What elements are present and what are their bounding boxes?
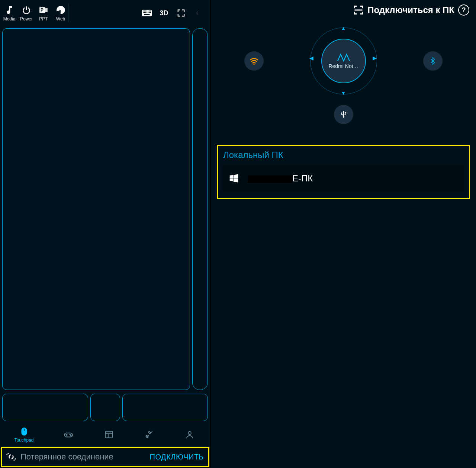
svg-rect-11 [143,12,144,13]
nav-label: Touchpad [14,438,33,443]
touchpad-panel: Media Power P PPT Web [0,0,210,468]
arrow-left-icon: ◀ [309,55,313,61]
person-icon [184,429,196,440]
svg-rect-15 [148,12,148,13]
broken-link-icon [6,451,17,462]
svg-rect-25 [105,431,113,438]
arrow-up-icon: ▲ [341,25,346,31]
svg-point-21 [197,14,197,14]
connect-panel: Подключиться к ПК ? ▲ ▼ ◀ ▶ Redmi Not… [210,0,476,468]
help-icon[interactable]: ? [458,4,469,16]
redacted-text [248,175,292,183]
power-icon [20,4,33,16]
mouse-buttons-row [0,390,210,424]
nav-profile[interactable] [184,429,196,440]
svg-rect-6 [145,11,146,12]
device-name-label: Redmi Not… [328,63,358,69]
svg-rect-7 [147,11,147,12]
this-device[interactable]: Redmi Not… [321,39,366,83]
svg-rect-5 [144,11,145,12]
toolbar-button-media[interactable]: Media [3,4,16,22]
local-pc-item[interactable]: E-ПК [222,165,464,192]
svg-rect-2 [45,8,48,12]
wifi-icon [249,56,259,66]
wifi-button[interactable] [244,51,264,71]
3d-button[interactable]: 3D [159,9,169,17]
arrow-down-icon: ▼ [341,90,346,96]
nav-tools[interactable] [143,429,155,440]
nav-touchpad[interactable]: Touchpad [14,426,33,443]
right-header: Подключиться к ПК ? [211,0,476,20]
status-text: Потерянное соединение [20,452,146,462]
svg-point-26 [188,432,191,435]
svg-point-20 [197,13,197,13]
scan-icon[interactable] [353,5,364,15]
layout-icon [103,429,115,440]
bottom-nav: Touchpad [0,424,210,446]
toolbar-button-power[interactable]: Power [20,4,33,22]
svg-point-19 [197,12,197,12]
svg-rect-9 [149,11,149,12]
right-header-title: Подключиться к ПК [367,5,454,15]
toolbar-label: Power [20,16,33,22]
mouse-middle-button[interactable] [90,394,120,421]
svg-rect-13 [145,12,146,13]
connect-button[interactable]: ПОДКЛЮЧИТЬ [150,453,204,461]
mouse-icon [18,426,30,437]
svg-text:P: P [41,7,44,13]
toolbar-divider [68,4,69,22]
more-icon[interactable] [193,9,203,17]
browser-icon [54,4,67,16]
app-logo-icon [336,53,351,62]
toolbar-button-ppt[interactable]: P PPT [37,4,50,22]
pc-name-label: E-ПК [248,173,313,184]
top-toolbar: Media Power P PPT Web [0,0,210,27]
svg-rect-10 [150,11,151,12]
tools-icon [143,429,155,440]
svg-rect-18 [144,14,149,15]
nav-layouts[interactable] [103,429,115,440]
touchpad-surface[interactable] [2,28,190,390]
local-pc-section: Локальный ПК E-ПК [217,145,470,199]
svg-rect-17 [150,12,151,13]
toolbar-button-web[interactable]: Web [54,4,67,22]
connection-status-bar: Потерянное соединение ПОДКЛЮЧИТЬ [1,447,209,467]
arrow-right-icon: ▶ [373,55,377,61]
fullscreen-icon[interactable] [176,9,186,17]
keyboard-icon[interactable] [142,9,152,17]
usb-button[interactable] [334,105,353,124]
mouse-left-button[interactable] [2,394,88,421]
nav-gamepad[interactable] [62,429,74,440]
svg-point-27 [253,64,254,65]
local-pc-header: Локальный ПК [218,146,469,162]
device-radar: ▲ ▼ ◀ ▶ Redmi Not… [211,24,476,139]
powerpoint-icon: P [37,4,50,16]
music-icon [3,4,16,16]
windows-icon [228,173,239,184]
svg-point-24 [70,435,71,436]
touchpad-area [0,27,210,390]
svg-rect-16 [149,12,149,13]
bluetooth-button[interactable] [423,51,443,71]
svg-rect-8 [148,11,148,12]
gamepad-icon [62,429,74,440]
svg-rect-4 [143,11,144,12]
usb-icon [339,110,348,119]
toolbar-label: PPT [39,16,48,22]
toolbar-label: Media [3,16,16,22]
svg-rect-12 [144,12,145,13]
mouse-right-button[interactable] [122,394,208,421]
toolbar-label: Web [56,16,65,22]
scroll-strip[interactable] [192,28,208,390]
bluetooth-icon [429,56,437,66]
svg-rect-14 [147,12,147,13]
